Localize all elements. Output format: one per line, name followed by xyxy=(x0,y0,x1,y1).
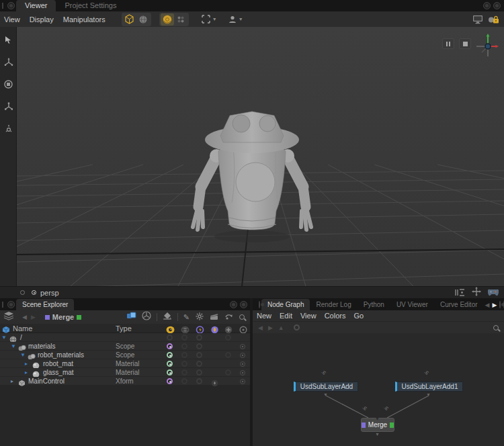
annotation-icon[interactable] xyxy=(294,324,300,330)
table-row[interactable]: ▼ robot_materials Scope xyxy=(0,351,250,359)
monitor-display-icon[interactable] xyxy=(470,11,485,27)
ng-menu-view[interactable]: View xyxy=(300,312,317,320)
camera-dot-icon[interactable] xyxy=(32,290,36,295)
panel-add-button[interactable] xyxy=(230,301,237,308)
tabs-scroll-right-button[interactable]: ▶ xyxy=(492,302,497,308)
viewer-menu-manipulators[interactable]: Manipulators xyxy=(63,15,106,24)
ng-menu-go[interactable]: Go xyxy=(353,312,364,320)
search-icon[interactable] xyxy=(239,314,245,320)
visibility-eye-icon[interactable] xyxy=(167,369,173,375)
transform-tool-button[interactable] xyxy=(0,121,17,136)
selection-boxes-icon[interactable] xyxy=(126,311,136,323)
breadcrumb[interactable]: Merge xyxy=(45,313,81,321)
tab-project-settings[interactable]: Project Settings xyxy=(56,0,125,11)
pinwheel-icon[interactable] xyxy=(142,311,151,323)
tab-scene-explorer[interactable]: Scene Explorer xyxy=(16,299,74,310)
nodegraph-canvas[interactable]: in in UsdSubLayerAdd ▼ UsdSubLayerAdd1 ▼… xyxy=(253,333,504,446)
grid-spheres-icon[interactable] xyxy=(174,13,187,26)
expand-arrow-icon[interactable]: ▼ xyxy=(20,352,26,358)
prune-cell[interactable] xyxy=(196,378,202,384)
panel-add-button[interactable] xyxy=(483,2,491,9)
paint-bucket-icon[interactable] xyxy=(163,311,172,323)
tab-python[interactable]: Python xyxy=(358,299,390,310)
selection-mask-dropdown[interactable]: ▼ xyxy=(201,14,217,24)
add-cell[interactable] xyxy=(225,334,231,341)
ng-menu-edit[interactable]: Edit xyxy=(280,312,292,320)
tab-node-graph[interactable]: Node Graph xyxy=(261,299,310,310)
ng-menu-colors[interactable]: Colors xyxy=(325,312,346,320)
prune-cell[interactable] xyxy=(196,334,202,341)
expand-arrow-icon[interactable]: ▼ xyxy=(11,343,16,349)
target-cell[interactable] xyxy=(240,379,245,384)
add-cell[interactable] xyxy=(225,352,231,358)
panel-add-button[interactable] xyxy=(499,301,501,308)
tabs-scroll-left-button[interactable]: ◀ xyxy=(485,302,490,308)
panel-menu-button[interactable] xyxy=(259,301,260,308)
tab-render-log[interactable]: Render Log xyxy=(310,299,357,310)
visibility-eye-icon[interactable] xyxy=(167,343,173,349)
node-usdsublayeradd[interactable]: UsdSubLayerAdd xyxy=(294,382,358,392)
search-icon[interactable] xyxy=(493,325,499,330)
tab-uv-viewer[interactable]: UV Viewer xyxy=(390,299,434,310)
expand-arrow-icon[interactable]: ▸ xyxy=(25,369,28,375)
target-cell[interactable] xyxy=(240,353,245,358)
camera-state-icon[interactable] xyxy=(20,290,25,295)
panel-close-button[interactable] xyxy=(493,2,501,9)
table-row[interactable]: ▸ robot_mat Material xyxy=(0,359,250,368)
clapperboard-icon[interactable] xyxy=(210,311,218,323)
pan-move-icon[interactable] xyxy=(472,287,481,299)
panel-menu-button[interactable] xyxy=(7,301,15,308)
viewer-menu-display[interactable]: Display xyxy=(30,15,54,24)
rotate-cursor-icon[interactable] xyxy=(224,311,233,323)
rotate-tool-button[interactable] xyxy=(0,77,17,92)
resolution-gate-icon[interactable] xyxy=(455,287,465,299)
prune-cell[interactable] xyxy=(196,352,202,358)
axis-gizmo[interactable] xyxy=(474,32,502,60)
camera-user-dropdown[interactable]: ▼ xyxy=(228,15,243,24)
column-header-type[interactable]: Type xyxy=(116,324,132,332)
ng-menu-new[interactable]: New xyxy=(257,312,271,320)
column-header-name[interactable]: Name xyxy=(13,324,32,332)
prune-cell[interactable] xyxy=(196,369,202,375)
node-usdsublayeradd1[interactable]: UsdSubLayerAdd1 xyxy=(395,382,463,392)
expand-arrow-icon[interactable]: ▸ xyxy=(25,361,28,367)
shaded-cube-icon[interactable] xyxy=(123,13,136,26)
target-cell[interactable] xyxy=(240,344,245,349)
graph-up-button[interactable]: ▲ xyxy=(278,324,284,331)
viewport-3d[interactable] xyxy=(17,27,504,286)
table-row[interactable]: ▸ MainControl Xform xyxy=(0,377,250,386)
expand-arrow-icon[interactable]: ▼ xyxy=(1,334,7,341)
table-row[interactable]: ▼ materials Scope xyxy=(0,342,250,351)
scale-tool-button[interactable] xyxy=(0,99,17,114)
target-cell[interactable] xyxy=(240,370,245,375)
render-visibility-cell[interactable] xyxy=(181,343,187,349)
panel-drag-handle[interactable] xyxy=(2,3,3,9)
expand-arrow-icon[interactable]: ▸ xyxy=(11,378,13,384)
table-row[interactable]: ▸ glass_mat Material xyxy=(0,368,250,377)
prune-cell[interactable] xyxy=(196,361,202,367)
pencil-icon[interactable]: ✎ xyxy=(183,313,190,322)
tab-viewer[interactable]: Viewer xyxy=(16,0,56,11)
gamepad-icon[interactable] xyxy=(488,287,499,299)
globe-display-icon[interactable] xyxy=(136,13,150,26)
graph-forward-button[interactable]: ▶ xyxy=(268,324,273,331)
panel-close-button[interactable] xyxy=(240,301,247,308)
render-visibility-cell[interactable] xyxy=(181,334,187,341)
table-row[interactable]: ▼ / xyxy=(0,333,250,342)
target-cell[interactable] xyxy=(240,361,245,367)
layers-stack-icon[interactable] xyxy=(3,311,14,323)
history-back-button[interactable]: ◀ xyxy=(22,314,27,320)
select-tool-button[interactable] xyxy=(0,32,17,48)
translate-tool-button[interactable] xyxy=(0,54,17,70)
visibility-eye-icon[interactable] xyxy=(167,361,173,367)
output-port-icon[interactable]: ▼ xyxy=(426,392,431,397)
node-merge[interactable]: ▼ Merge xyxy=(361,418,394,432)
render-visibility-cell[interactable] xyxy=(181,378,187,384)
render-visibility-cell[interactable] xyxy=(181,369,187,375)
stop-button[interactable] xyxy=(459,38,471,49)
output-port-icon[interactable]: ▼ xyxy=(323,392,328,397)
output-port-icon[interactable]: ▼ xyxy=(375,432,380,437)
edit-scope-lock-icon[interactable] xyxy=(485,11,501,27)
lighting-mode-button[interactable] xyxy=(161,13,174,26)
camera-name-label[interactable]: persp xyxy=(40,289,59,297)
